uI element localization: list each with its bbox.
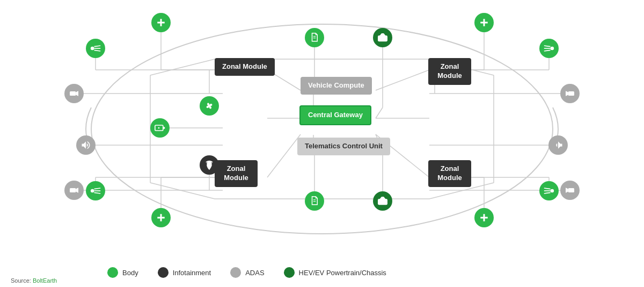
svg-point-73 — [382, 201, 383, 203]
zonal-module-top-left: Zonal Module — [215, 58, 275, 76]
node-left-fan — [200, 96, 219, 116]
node-top-center-doc — [305, 28, 324, 47]
legend-dot-hev — [284, 267, 295, 278]
source-link[interactable]: BoltEarth — [33, 277, 57, 284]
svg-rect-50 — [70, 91, 76, 96]
legend-adas: ADAS — [230, 267, 264, 278]
telematics-box: Telematics Control Unit — [297, 138, 390, 155]
node-right-camera-top — [560, 84, 580, 103]
legend-infotainment: Infotainment — [158, 267, 211, 278]
zonal-module-bottom-right: ZonalModule — [428, 160, 471, 187]
svg-rect-82 — [568, 188, 574, 192]
node-left-camera-top — [64, 84, 84, 103]
vehicle-compute-box: Vehicle Compute — [301, 77, 372, 95]
source-line: Source: BoltEarth — [11, 277, 57, 284]
svg-rect-89 — [480, 217, 488, 219]
node-bottom-left-cross — [151, 208, 171, 227]
node-right-speaker — [548, 135, 568, 155]
node-top-right-cross — [474, 13, 494, 32]
diagram-container: Zonal Module ZonalModule Vehicle Compute… — [0, 0, 644, 258]
central-gateway-box: Central Gateway — [299, 105, 371, 125]
node-bottom-center-radio — [373, 191, 392, 211]
zonal-module-top-right: ZonalModule — [428, 58, 471, 85]
svg-rect-45 — [157, 22, 165, 24]
svg-line-78 — [544, 46, 551, 47]
svg-line-62 — [94, 192, 101, 193]
node-right-camera-side — [560, 181, 580, 200]
svg-line-87 — [544, 192, 551, 193]
svg-line-36 — [376, 70, 429, 90]
node-left-headlight-bottom — [86, 181, 105, 200]
svg-point-84 — [551, 189, 554, 193]
svg-marker-58 — [76, 188, 78, 193]
svg-line-79 — [544, 50, 551, 51]
node-left-headlight-top — [86, 39, 105, 58]
legend-dot-infotainment — [158, 267, 169, 278]
legend-hev: HEV/EV Powertrain/Chassis — [284, 267, 386, 278]
legend: Body Infotainment ADAS HEV/EV Powertrain… — [0, 258, 644, 287]
svg-rect-57 — [70, 188, 76, 192]
legend-label-body: Body — [122, 269, 138, 277]
svg-marker-83 — [566, 188, 568, 193]
node-bottom-center-doc — [305, 191, 324, 211]
node-top-left-cross — [151, 13, 171, 32]
legend-label-infotainment: Infotainment — [173, 269, 211, 277]
legend-label-hev: HEV/EV Powertrain/Chassis — [299, 269, 386, 277]
svg-rect-64 — [157, 217, 165, 219]
legend-label-adas: ADAS — [245, 269, 264, 277]
svg-rect-53 — [163, 127, 165, 128]
svg-line-19 — [267, 134, 301, 177]
source-prefix: Source: — [11, 277, 33, 284]
svg-point-76 — [551, 47, 554, 51]
svg-point-68 — [382, 38, 383, 39]
node-right-headlight-top — [539, 39, 559, 58]
node-right-headlight-bottom — [539, 181, 559, 200]
node-left-speaker — [76, 135, 96, 155]
svg-line-61 — [94, 188, 101, 189]
svg-point-56 — [208, 105, 210, 106]
svg-line-48 — [94, 46, 101, 47]
legend-dot-body — [107, 267, 118, 278]
svg-line-86 — [544, 188, 551, 189]
legend-dot-adas — [230, 267, 241, 278]
svg-rect-80 — [568, 91, 574, 96]
svg-marker-51 — [76, 91, 78, 96]
svg-point-46 — [91, 47, 94, 51]
node-left-battery — [150, 118, 170, 138]
node-top-center-radio — [373, 28, 392, 47]
zonal-module-bottom-left: ZonalModule — [215, 160, 258, 187]
svg-rect-75 — [480, 22, 488, 24]
svg-line-49 — [94, 50, 101, 51]
legend-body: Body — [107, 267, 138, 278]
node-left-camera-side — [64, 181, 84, 200]
svg-point-59 — [91, 189, 94, 193]
svg-marker-81 — [566, 91, 568, 96]
svg-line-22 — [376, 107, 383, 118]
node-bottom-right-cross — [474, 208, 494, 227]
